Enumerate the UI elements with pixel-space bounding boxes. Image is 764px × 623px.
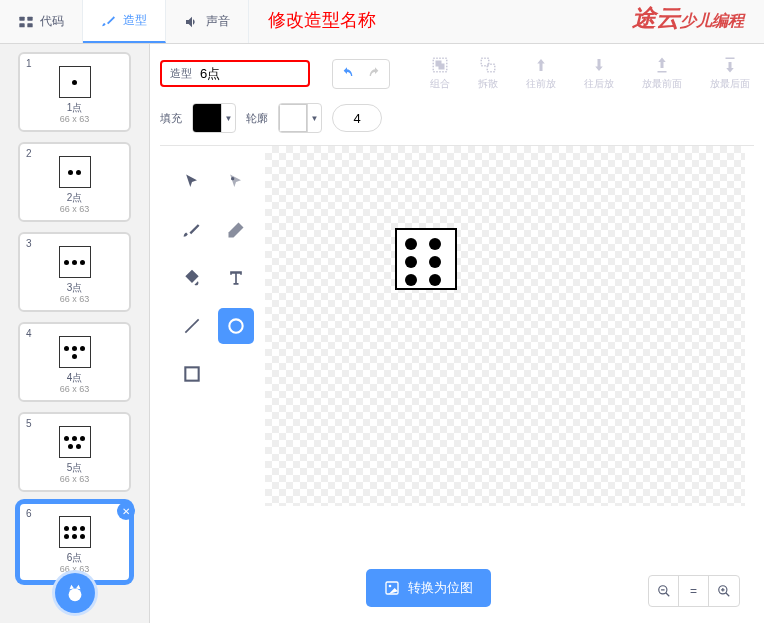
zoom-controls: = bbox=[648, 575, 740, 607]
costume-name-label: 2点 bbox=[26, 192, 123, 204]
costume-number: 2 bbox=[26, 148, 32, 159]
line-icon bbox=[182, 316, 202, 336]
costume-size-label: 66 x 63 bbox=[26, 384, 123, 394]
costume-name-label: 1点 bbox=[26, 102, 123, 114]
svg-point-12 bbox=[229, 319, 242, 332]
svg-line-17 bbox=[665, 593, 669, 597]
costume-number: 3 bbox=[26, 238, 32, 249]
circle-tool[interactable] bbox=[218, 308, 254, 344]
svg-line-20 bbox=[726, 593, 730, 597]
front-button[interactable]: 放最前面 bbox=[642, 56, 682, 91]
costume-name-label: 造型 bbox=[170, 66, 192, 81]
costume-thumbnail bbox=[59, 426, 91, 458]
fill-tool[interactable] bbox=[174, 260, 210, 296]
back-button[interactable]: 放最后面 bbox=[710, 56, 750, 91]
paint-canvas[interactable] bbox=[265, 146, 745, 506]
svg-point-4 bbox=[68, 588, 81, 601]
costume-name-label: 5点 bbox=[26, 462, 123, 474]
chevron-down-icon: ▼ bbox=[221, 104, 235, 132]
svg-rect-3 bbox=[27, 23, 32, 27]
sound-icon bbox=[184, 14, 200, 30]
reshape-tool[interactable] bbox=[218, 164, 254, 200]
brush-tool[interactable] bbox=[174, 212, 210, 248]
costume-thumbnail bbox=[59, 66, 91, 98]
costume-number: 4 bbox=[26, 328, 32, 339]
costume-size-label: 66 x 63 bbox=[26, 294, 123, 304]
costume-item-1[interactable]: 11点66 x 63 bbox=[18, 52, 131, 132]
add-costume-button[interactable] bbox=[55, 573, 95, 613]
ungroup-icon bbox=[479, 56, 497, 74]
costume-name-input[interactable] bbox=[200, 66, 280, 81]
svg-line-11 bbox=[185, 319, 198, 332]
costume-item-6[interactable]: 66点66 x 63✕ bbox=[18, 502, 131, 582]
annotation-text: 修改造型名称 bbox=[268, 8, 376, 32]
costume-number: 6 bbox=[26, 508, 32, 519]
costume-number: 5 bbox=[26, 418, 32, 429]
outline-width-input[interactable] bbox=[332, 104, 382, 132]
zoom-out-icon bbox=[657, 584, 671, 598]
svg-point-10 bbox=[231, 177, 234, 180]
costume-item-4[interactable]: 44点66 x 63 bbox=[18, 322, 131, 402]
pointer-icon bbox=[182, 172, 202, 192]
rect-tool[interactable] bbox=[174, 356, 210, 392]
tab-costumes[interactable]: 造型 bbox=[83, 0, 166, 43]
zoom-reset-button[interactable]: = bbox=[679, 576, 709, 606]
group-icon bbox=[431, 56, 449, 74]
tool-palette bbox=[160, 146, 256, 623]
eraser-tool[interactable] bbox=[218, 212, 254, 248]
costume-size-label: 66 x 63 bbox=[26, 474, 123, 484]
text-tool[interactable] bbox=[218, 260, 254, 296]
forward-icon bbox=[532, 56, 550, 74]
convert-bitmap-button[interactable]: 转换为位图 bbox=[366, 569, 491, 607]
brush-tool-icon bbox=[182, 220, 202, 240]
svg-rect-13 bbox=[185, 367, 198, 380]
chevron-down-icon: ▼ bbox=[307, 104, 321, 132]
costume-thumbnail bbox=[59, 156, 91, 188]
dice-6-shape[interactable] bbox=[395, 228, 457, 290]
circle-icon bbox=[226, 316, 246, 336]
zoom-out-button[interactable] bbox=[649, 576, 679, 606]
costume-name-label: 3点 bbox=[26, 282, 123, 294]
backward-button[interactable]: 往后放 bbox=[584, 56, 614, 91]
costume-size-label: 66 x 63 bbox=[26, 114, 123, 124]
ungroup-button[interactable]: 拆散 bbox=[478, 56, 498, 91]
undo-icon bbox=[339, 66, 355, 82]
outline-swatch[interactable]: ▼ bbox=[278, 103, 322, 133]
undo-redo-group bbox=[332, 59, 390, 89]
costume-name-box: 造型 bbox=[160, 60, 310, 87]
reshape-icon bbox=[226, 172, 246, 192]
costume-item-5[interactable]: 55点66 x 63 bbox=[18, 412, 131, 492]
undo-button[interactable] bbox=[333, 60, 361, 88]
eraser-icon bbox=[226, 220, 246, 240]
fill-swatch[interactable]: ▼ bbox=[192, 103, 236, 133]
costume-thumbnail bbox=[59, 336, 91, 368]
bucket-icon bbox=[182, 268, 202, 288]
front-icon bbox=[653, 56, 671, 74]
zoom-in-button[interactable] bbox=[709, 576, 739, 606]
svg-rect-2 bbox=[27, 16, 32, 20]
costume-list: 11点66 x 6322点66 x 6333点66 x 6344点66 x 63… bbox=[0, 44, 150, 623]
back-icon bbox=[721, 56, 739, 74]
forward-button[interactable]: 往前放 bbox=[526, 56, 556, 91]
delete-costume-button[interactable]: ✕ bbox=[117, 502, 135, 520]
costume-number: 1 bbox=[26, 58, 32, 69]
costume-name-label: 4点 bbox=[26, 372, 123, 384]
costume-item-2[interactable]: 22点66 x 63 bbox=[18, 142, 131, 222]
tab-sounds[interactable]: 声音 bbox=[166, 0, 249, 43]
text-icon bbox=[226, 268, 246, 288]
image-icon bbox=[384, 580, 400, 596]
zoom-in-icon bbox=[717, 584, 731, 598]
tab-costumes-label: 造型 bbox=[123, 12, 147, 29]
backward-icon bbox=[590, 56, 608, 74]
line-tool[interactable] bbox=[174, 308, 210, 344]
tab-code[interactable]: 代码 bbox=[0, 0, 83, 43]
brush-icon bbox=[101, 13, 117, 29]
select-tool[interactable] bbox=[174, 164, 210, 200]
toolbar-fill: 填充 ▼ 轮廓 ▼ bbox=[150, 103, 764, 145]
code-icon bbox=[18, 14, 34, 30]
costume-thumbnail bbox=[59, 246, 91, 278]
costume-item-3[interactable]: 33点66 x 63 bbox=[18, 232, 131, 312]
redo-button[interactable] bbox=[361, 60, 389, 88]
redo-icon bbox=[367, 66, 383, 82]
group-button[interactable]: 组合 bbox=[430, 56, 450, 91]
